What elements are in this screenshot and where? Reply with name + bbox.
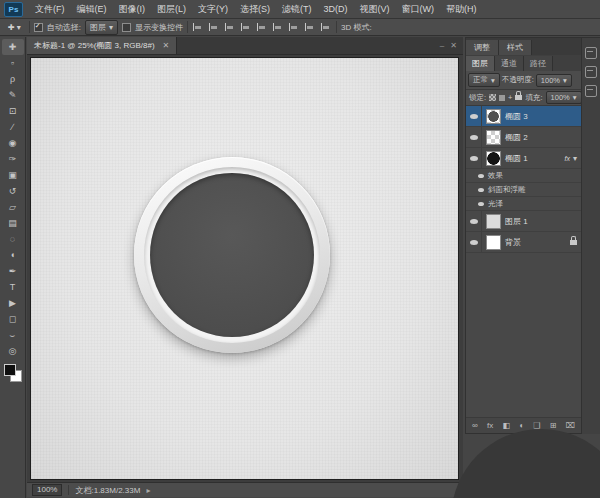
menu-image[interactable]: 图像(I) <box>113 0 152 18</box>
menu-edit[interactable]: 编辑(E) <box>71 0 113 18</box>
layer-thumbnail[interactable] <box>486 235 501 250</box>
lock-all-icon[interactable] <box>515 95 522 100</box>
dodge-tool[interactable]: ◖ <box>2 247 24 263</box>
layer-row-ellipse-2[interactable]: 椭圆 2 <box>466 127 581 148</box>
align-vertical-centers-icon[interactable] <box>209 22 219 32</box>
blur-tool[interactable]: ◌ <box>2 231 24 247</box>
fill-field[interactable]: 100% ▾ <box>546 91 581 104</box>
brush-tool[interactable]: ✑ <box>2 151 24 167</box>
effects-header-row[interactable]: 效果 <box>466 169 581 183</box>
clone-stamp-tool[interactable]: ▣ <box>2 167 24 183</box>
history-panel-icon[interactable] <box>585 47 597 59</box>
tab-styles[interactable]: 样式 <box>499 40 532 55</box>
menu-filter[interactable]: 滤镜(T) <box>276 0 318 18</box>
rectangular-marquee-tool[interactable]: ▫ <box>2 55 24 71</box>
zoom-level-field[interactable]: 100% <box>32 484 62 496</box>
eraser-tool[interactable]: ▱ <box>2 199 24 215</box>
gradient-tool[interactable]: ▤ <box>2 215 24 231</box>
layer-thumbnail[interactable] <box>486 151 501 166</box>
adjustment-layer-icon[interactable]: ◐ <box>519 421 524 430</box>
layer-row-ellipse-3[interactable]: 椭圆 3 <box>466 106 581 127</box>
layer-effects-fx-icon[interactable]: fx <box>565 155 570 162</box>
visibility-toggle[interactable] <box>466 211 482 231</box>
align-right-edges-icon[interactable] <box>273 22 283 32</box>
menu-3d[interactable]: 3D(D) <box>318 0 354 18</box>
auto-select-target-dropdown[interactable]: 图层 ▾ <box>85 20 118 35</box>
info-panel-icon[interactable] <box>585 85 597 97</box>
effect-row-satin[interactable]: 光泽 <box>466 197 581 211</box>
menu-file[interactable]: 文件(F) <box>29 0 71 18</box>
menu-view[interactable]: 视图(V) <box>354 0 396 18</box>
align-horizontal-centers-icon[interactable] <box>257 22 267 32</box>
menu-help[interactable]: 帮助(H) <box>440 0 483 18</box>
visibility-toggle[interactable] <box>466 106 482 126</box>
horizontal-type-tool[interactable]: T <box>2 279 24 295</box>
align-left-edges-icon[interactable] <box>241 22 251 32</box>
type-tool-icon: T <box>10 282 16 292</box>
pen-tool[interactable]: ✒ <box>2 263 24 279</box>
tool-options-bar: ✚ ▾ 自动选择: 图层 ▾ 显示变换控件 3D 模式: <box>0 19 600 36</box>
history-brush-tool[interactable]: ↺ <box>2 183 24 199</box>
layer-name: 图层 1 <box>505 216 528 227</box>
tool-preset-picker[interactable]: ✚ ▾ <box>4 23 25 32</box>
visibility-toggle[interactable] <box>466 148 482 168</box>
zoom-tool[interactable]: ◎ <box>2 343 24 359</box>
visibility-toggle[interactable] <box>466 232 482 252</box>
visibility-toggle[interactable] <box>466 169 488 182</box>
quick-selection-tool[interactable]: ✎ <box>2 87 24 103</box>
chevron-down-icon: ▾ <box>17 23 21 32</box>
document-tab[interactable]: 未标题-1 @ 25%(椭圆 3, RGB/8#) ✕ <box>27 37 177 54</box>
lock-position-icon[interactable]: + <box>508 93 512 102</box>
auto-select-checkbox[interactable] <box>34 23 43 32</box>
layer-row-background[interactable]: 背景 <box>466 232 581 253</box>
doc-minimize-icon[interactable]: – <box>440 41 444 50</box>
doc-close-icon[interactable]: ✕ <box>450 41 457 50</box>
foreground-color-swatch[interactable] <box>4 364 16 376</box>
blend-mode-dropdown[interactable]: 正常 ▾ <box>468 73 500 87</box>
tab-adjustments[interactable]: 调整 <box>466 40 499 55</box>
show-transform-checkbox[interactable] <box>122 23 131 32</box>
menu-select[interactable]: 选择(S) <box>234 0 276 18</box>
layer-mask-icon[interactable]: ◧ <box>502 421 510 430</box>
layer-row-layer-1[interactable]: 图层 1 <box>466 211 581 232</box>
tab-layers[interactable]: 图层 <box>466 56 495 71</box>
tab-channels[interactable]: 通道 <box>495 56 524 71</box>
tab-paths[interactable]: 路径 <box>524 56 553 71</box>
canvas[interactable] <box>30 57 459 480</box>
eyedropper-tool[interactable]: ∕ <box>2 119 24 135</box>
color-swatches[interactable] <box>2 362 24 384</box>
visibility-toggle[interactable] <box>466 183 488 196</box>
link-layers-icon[interactable]: ∞ <box>472 421 478 430</box>
path-selection-tool[interactable]: ▶ <box>2 295 24 311</box>
opacity-field[interactable]: 100% ▾ <box>536 74 572 87</box>
distribute-bottom-icon[interactable] <box>321 22 331 32</box>
distribute-center-icon[interactable] <box>305 22 315 32</box>
lock-transparency-icon[interactable] <box>489 94 496 101</box>
layer-style-icon[interactable]: fx <box>487 421 493 430</box>
rectangle-shape-tool[interactable]: ◻ <box>2 311 24 327</box>
delete-layer-icon[interactable]: ⌧ <box>566 421 575 430</box>
properties-panel-icon[interactable] <box>585 66 597 78</box>
visibility-toggle[interactable] <box>466 197 488 210</box>
close-icon[interactable]: ✕ <box>163 41 170 50</box>
menu-window[interactable]: 窗口(W) <box>396 0 441 18</box>
align-top-edges-icon[interactable] <box>193 22 203 32</box>
visibility-toggle[interactable] <box>466 127 482 147</box>
move-tool[interactable]: ✚ <box>2 39 24 55</box>
layer-thumbnail[interactable] <box>486 109 501 124</box>
menu-layer[interactable]: 图层(L) <box>151 0 192 18</box>
distribute-top-icon[interactable] <box>289 22 299 32</box>
lasso-tool[interactable]: ρ <box>2 71 24 87</box>
menu-type[interactable]: 文字(Y) <box>192 0 234 18</box>
layer-row-ellipse-1[interactable]: 椭圆 1 fx ▾ <box>466 148 581 169</box>
lock-pixels-icon[interactable] <box>499 95 505 101</box>
align-bottom-edges-icon[interactable] <box>225 22 235 32</box>
layer-thumbnail[interactable] <box>486 130 501 145</box>
layer-thumbnail[interactable] <box>486 214 501 229</box>
crop-tool[interactable]: ⊡ <box>2 103 24 119</box>
hand-tool[interactable]: ⌣ <box>2 327 24 343</box>
spot-healing-brush-tool[interactable]: ◉ <box>2 135 24 151</box>
collapse-effects-icon[interactable]: ▾ <box>573 154 577 163</box>
status-options-arrow-icon[interactable]: ▸ <box>146 486 150 495</box>
effect-row-bevel-emboss[interactable]: 斜面和浮雕 <box>466 183 581 197</box>
